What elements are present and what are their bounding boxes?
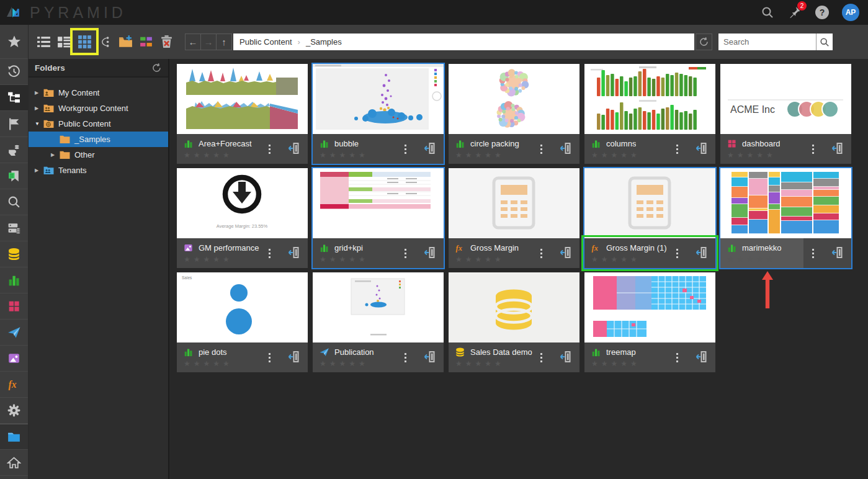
folder-item-my-content[interactable]: ▶ My Content bbox=[29, 85, 168, 101]
tile-thumbnail[interactable] bbox=[449, 64, 579, 134]
tile-menu-button[interactable] bbox=[401, 246, 409, 260]
open-item-button[interactable] bbox=[287, 350, 300, 364]
rail-item-history[interactable] bbox=[0, 59, 28, 85]
open-item-button[interactable] bbox=[423, 141, 436, 155]
refresh-button[interactable] bbox=[696, 34, 712, 50]
tile-gross-margin[interactable]: fx Gross Margin ★★★★★ bbox=[449, 168, 579, 268]
tile-menu-button[interactable] bbox=[673, 351, 681, 364]
open-item-button[interactable] bbox=[558, 141, 572, 155]
rating-stars[interactable]: ★★★★★ bbox=[320, 358, 439, 369]
folder-item-public-content[interactable]: ▼ Public Content bbox=[29, 116, 168, 132]
tile-thumbnail[interactable] bbox=[584, 168, 715, 238]
open-item-button[interactable] bbox=[558, 246, 572, 259]
tile-columns[interactable]: columns ★★★★★ bbox=[584, 64, 715, 164]
tile-thumbnail[interactable]: ACME Inc bbox=[720, 64, 851, 134]
breadcrumb-item-samples[interactable]: _Samples bbox=[306, 37, 342, 47]
delete-button[interactable] bbox=[158, 34, 175, 51]
tile-thumbnail[interactable] bbox=[313, 168, 444, 238]
tile-gross-margin-1[interactable]: fx Gross Margin (1) ★★★★★ bbox=[584, 168, 715, 268]
breadcrumb-item-public-content[interactable]: Public Content bbox=[239, 37, 292, 47]
rail-item-search[interactable] bbox=[0, 189, 28, 215]
tree-expand-arrow[interactable]: ▶ bbox=[35, 105, 43, 111]
rating-stars[interactable]: ★★★★★ bbox=[320, 254, 439, 265]
folder-item-other[interactable]: ▶ Other bbox=[29, 147, 168, 163]
rating-stars[interactable]: ★★★★★ bbox=[184, 358, 303, 369]
rating-stars[interactable]: ★★★★★ bbox=[727, 254, 846, 265]
view-list-button[interactable] bbox=[35, 34, 52, 51]
rail-item-admin[interactable] bbox=[0, 398, 28, 424]
tree-expand-arrow[interactable]: ▶ bbox=[35, 168, 43, 173]
open-item-button[interactable] bbox=[694, 141, 708, 155]
search-submit-icon[interactable] bbox=[816, 34, 833, 50]
open-item-button[interactable] bbox=[558, 350, 572, 364]
tile-area-forecast[interactable]: Area+Forecast ★★★★★ bbox=[177, 64, 308, 164]
open-item-button[interactable] bbox=[830, 141, 844, 155]
tile-thumbnail[interactable] bbox=[313, 272, 444, 342]
tile-menu-button[interactable] bbox=[265, 351, 274, 364]
nav-forward-button[interactable]: → bbox=[200, 34, 217, 50]
tile-thumbnail[interactable] bbox=[584, 64, 715, 134]
tile-menu-button[interactable] bbox=[808, 142, 817, 156]
rail-item-home[interactable] bbox=[0, 450, 28, 476]
notifications-pin-icon[interactable]: 2 bbox=[787, 5, 802, 20]
tile-menu-button[interactable] bbox=[537, 246, 545, 260]
nav-up-button[interactable]: ↑ bbox=[216, 34, 232, 50]
open-item-button[interactable] bbox=[423, 246, 436, 259]
folders-refresh-icon[interactable] bbox=[151, 63, 162, 73]
help-icon[interactable]: ? bbox=[815, 5, 830, 20]
tile-bubble[interactable]: bubble ★★★★★ bbox=[313, 64, 444, 164]
tile-menu-button[interactable] bbox=[265, 246, 274, 260]
tile-treemap[interactable]: treemap ★★★★★ bbox=[584, 272, 715, 372]
tile-grid-kpi[interactable]: grid+kpi ★★★★★ bbox=[313, 168, 444, 268]
tile-menu-button[interactable] bbox=[401, 142, 409, 156]
tree-expand-arrow[interactable]: ▶ bbox=[51, 152, 60, 158]
tile-thumbnail[interactable] bbox=[313, 64, 444, 134]
tile-menu-button[interactable] bbox=[537, 142, 545, 156]
rating-stars[interactable]: ★★★★★ bbox=[320, 150, 439, 161]
tree-expand-arrow[interactable]: ▶ bbox=[35, 90, 43, 96]
tile-menu-button[interactable] bbox=[673, 246, 681, 260]
global-search-icon[interactable] bbox=[760, 5, 775, 20]
rating-stars[interactable]: ★★★★★ bbox=[591, 150, 710, 161]
rail-item-flag[interactable] bbox=[0, 111, 28, 137]
rating-stars[interactable]: ★★★★★ bbox=[727, 150, 846, 161]
tile-menu-button[interactable] bbox=[808, 246, 817, 260]
tile-circle-packing[interactable]: circle packing ★★★★★ bbox=[449, 64, 579, 164]
open-item-button[interactable] bbox=[287, 246, 300, 259]
tile-thumbnail[interactable]: Sales bbox=[177, 272, 308, 342]
tile-sales-data-demo[interactable]: Sales Data demo ★★★★★ bbox=[449, 272, 579, 372]
nav-back-button[interactable]: ← bbox=[185, 34, 201, 50]
rail-item-present[interactable] bbox=[0, 293, 28, 320]
open-item-button[interactable] bbox=[694, 246, 708, 259]
rating-stars[interactable]: ★★★★★ bbox=[184, 254, 303, 265]
rail-item-content-manager[interactable] bbox=[0, 424, 28, 450]
tile-thumbnail[interactable] bbox=[720, 168, 851, 238]
tile-publication[interactable]: Publication ★★★★★ bbox=[313, 272, 444, 372]
rail-item-servers[interactable] bbox=[0, 215, 28, 241]
open-item-button[interactable] bbox=[694, 350, 708, 364]
new-folder-button[interactable] bbox=[117, 34, 134, 51]
open-item-button[interactable] bbox=[287, 141, 300, 155]
folder-item-tenants[interactable]: ▶ Tenants bbox=[29, 163, 168, 178]
open-item-button[interactable] bbox=[423, 350, 436, 364]
rail-item-subscriptions[interactable] bbox=[0, 163, 28, 189]
search-input[interactable] bbox=[718, 34, 816, 50]
tile-thumbnail[interactable]: Average Margin: 23.55% bbox=[177, 168, 308, 238]
folder-item-samples[interactable]: _Samples bbox=[29, 132, 168, 147]
tile-dashboard[interactable]: ACME Inc dashboard ★★★★★ bbox=[720, 64, 851, 164]
tile-menu-button[interactable] bbox=[673, 142, 681, 156]
rail-item-publish[interactable] bbox=[0, 320, 28, 346]
rail-item-discover[interactable] bbox=[0, 267, 28, 293]
color-tiles-button[interactable] bbox=[137, 34, 154, 51]
tile-thumbnail[interactable] bbox=[584, 272, 715, 342]
rail-item-illustrate[interactable] bbox=[0, 346, 28, 372]
rail-item-content-explorer[interactable] bbox=[0, 85, 28, 111]
rating-stars[interactable]: ★★★★★ bbox=[184, 150, 303, 161]
open-item-button[interactable] bbox=[830, 246, 844, 259]
rating-stars[interactable]: ★★★★★ bbox=[455, 254, 575, 265]
tile-marimekko[interactable]: marimekko ★★★★★ bbox=[720, 168, 851, 268]
tile-gm-performance[interactable]: Average Margin: 23.55% GM performance ★★… bbox=[177, 168, 308, 268]
tile-thumbnail[interactable] bbox=[449, 272, 579, 342]
tile-menu-button[interactable] bbox=[265, 142, 274, 156]
rating-stars[interactable]: ★★★★★ bbox=[591, 254, 710, 265]
